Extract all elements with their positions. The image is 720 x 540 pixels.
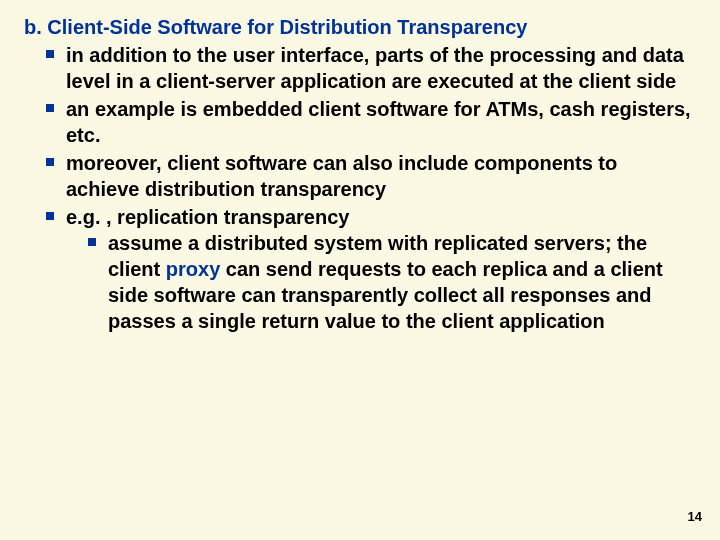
nested-bullet-list: assume a distributed system with replica…: [66, 230, 696, 334]
list-item: moreover, client software can also inclu…: [66, 150, 696, 202]
proxy-term: proxy: [166, 258, 220, 280]
list-item: in addition to the user interface, parts…: [66, 42, 696, 94]
section-heading: b. Client-Side Software for Distribution…: [24, 14, 696, 40]
list-item: e.g. , replication transparency assume a…: [66, 204, 696, 334]
page-number: 14: [688, 509, 702, 524]
list-item-text: e.g. , replication transparency: [66, 206, 349, 228]
list-item: assume a distributed system with replica…: [108, 230, 696, 334]
bullet-list: in addition to the user interface, parts…: [24, 42, 696, 334]
list-item: an example is embedded client software f…: [66, 96, 696, 148]
